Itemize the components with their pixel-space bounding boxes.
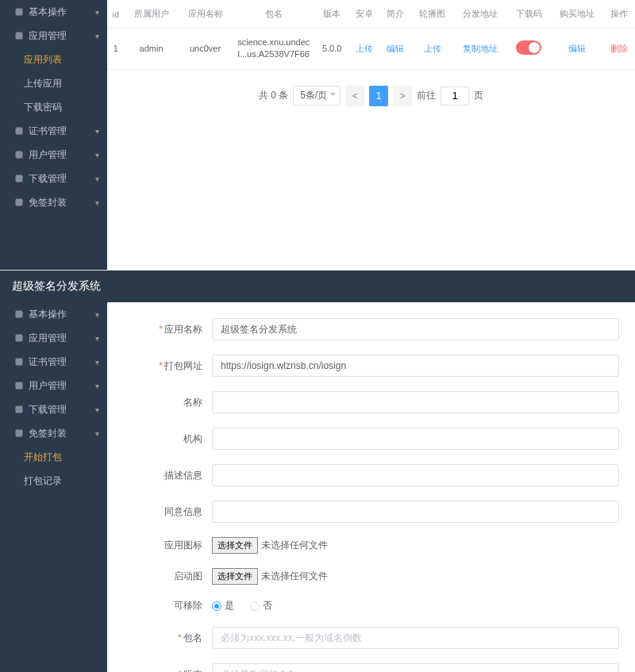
- svg-rect-3: [16, 152, 23, 159]
- user-icon: [14, 309, 24, 319]
- sidebar-item-label: 用户管理: [29, 379, 67, 393]
- upload-android-link[interactable]: 上传: [356, 44, 373, 53]
- name-label: 名称: [139, 396, 202, 409]
- url-label: *打包网址: [139, 359, 202, 373]
- svg-rect-2: [16, 128, 23, 135]
- sidebar-item-1[interactable]: 应用管理▾: [0, 24, 107, 48]
- list-icon: [14, 150, 24, 159]
- svg-rect-11: [16, 430, 23, 437]
- sidebar-item-8[interactable]: 免签封装▾: [0, 190, 107, 214]
- desc-input[interactable]: [212, 464, 619, 486]
- launch-file-button[interactable]: 选择文件: [212, 568, 258, 585]
- sidebar-item-3[interactable]: 用户管理▾: [0, 374, 107, 397]
- chevron-down-icon: ▾: [95, 358, 99, 367]
- removable-yes-radio[interactable]: 是: [212, 599, 234, 612]
- cell-app: unc0ver: [179, 29, 233, 70]
- edit-buy-link[interactable]: 编辑: [568, 44, 586, 53]
- list-icon: [14, 381, 24, 390]
- dl-icon: [14, 174, 24, 183]
- goto-suffix: 页: [474, 89, 483, 102]
- chevron-down-icon: ▾: [95, 8, 99, 17]
- sidebar-item-7[interactable]: 下载管理▾: [0, 167, 107, 190]
- sidebar-item-1[interactable]: 应用管理▾: [0, 326, 107, 350]
- icon-file-button[interactable]: 选择文件: [212, 537, 258, 554]
- user-icon: [14, 7, 24, 17]
- ver-input[interactable]: [212, 663, 619, 672]
- table-header: 简介: [380, 0, 411, 29]
- table-header: id: [107, 0, 125, 29]
- sidebar-item-7[interactable]: 打包记录: [0, 469, 107, 493]
- sidebar-item-label: 打包记录: [24, 474, 62, 488]
- upload-carousel-link[interactable]: 上传: [424, 44, 441, 53]
- cell-pkg: science.xnu.undecl...us.A2538V7F66: [232, 29, 315, 70]
- pack-icon: [14, 428, 24, 438]
- desc-label: 描述信息: [139, 469, 202, 482]
- sidebar-bottom: 基本操作▾应用管理▾证书管理▾用户管理▾下载管理▾免签封装▾开始打包打包记录: [0, 302, 107, 672]
- sidebar-item-label: 免签封装: [29, 196, 67, 209]
- sidebar-item-label: 基本操作: [29, 308, 67, 321]
- launch-file-status: 未选择任何文件: [261, 570, 328, 583]
- chevron-down-icon: ▾: [95, 151, 99, 159]
- sidebar-item-0[interactable]: 基本操作▾: [0, 302, 107, 326]
- cloud-icon: [14, 333, 24, 343]
- ver-label: *版本: [139, 668, 202, 673]
- sidebar-item-5[interactable]: 免签封装▾: [0, 421, 107, 445]
- svg-rect-10: [16, 406, 23, 413]
- table-header: 操作: [604, 0, 635, 29]
- sidebar-item-label: 应用列表: [24, 53, 62, 67]
- page-prev[interactable]: <: [345, 86, 364, 106]
- chevron-down-icon: ▾: [95, 405, 99, 414]
- sidebar-item-6[interactable]: 开始打包: [0, 445, 107, 469]
- goto-label: 前往: [417, 89, 436, 102]
- app-title: 超级签名分发系统: [12, 279, 101, 294]
- dl-icon: [14, 405, 24, 414]
- page-size-select[interactable]: 5条/页: [293, 86, 341, 106]
- sidebar-item-2[interactable]: 证书管理▾: [0, 350, 107, 374]
- app-name-label: *应用名称: [139, 323, 202, 336]
- removable-label: 可移除: [139, 599, 202, 612]
- sidebar-item-0[interactable]: 基本操作▾: [0, 0, 107, 24]
- sidebar-item-label: 应用管理: [29, 29, 67, 43]
- download-code-toggle[interactable]: [516, 40, 541, 55]
- cell-ver: 5.0.0: [315, 29, 348, 70]
- table-header: 版本: [315, 0, 348, 29]
- agree-input[interactable]: [212, 501, 619, 523]
- name-input[interactable]: [212, 391, 619, 413]
- cert-icon: [14, 126, 24, 136]
- delete-link[interactable]: 删除: [610, 44, 628, 53]
- sidebar-top: 基本操作▾应用管理▾应用列表上传应用下载密码证书管理▾用户管理▾下载管理▾免签封…: [0, 0, 107, 270]
- org-input[interactable]: [212, 428, 619, 450]
- cell-id: 1: [107, 29, 125, 70]
- chevron-down-icon: ▾: [95, 127, 99, 136]
- app-name-input[interactable]: [212, 318, 619, 340]
- goto-input[interactable]: [441, 86, 469, 106]
- chevron-down-icon: ▾: [95, 310, 99, 319]
- table-header: 购买地址: [550, 0, 604, 29]
- main-content-top: id所属用户应用名称包名版本安卓简介轮播图分发地址下载码购买地址操作 1 adm…: [107, 0, 635, 270]
- sidebar-item-5[interactable]: 证书管理▾: [0, 119, 107, 143]
- sidebar-item-4[interactable]: 下载管理▾: [0, 397, 107, 421]
- svg-rect-6: [16, 311, 23, 318]
- table-header: 所属用户: [125, 0, 179, 29]
- pkg-input[interactable]: [212, 627, 619, 649]
- org-label: 机构: [139, 432, 202, 446]
- svg-rect-5: [16, 199, 23, 206]
- sidebar-item-3[interactable]: 上传应用: [0, 71, 107, 95]
- copy-dist-link[interactable]: 复制地址: [463, 44, 498, 53]
- sidebar-item-label: 上传应用: [24, 77, 62, 90]
- sidebar-item-2[interactable]: 应用列表: [0, 48, 107, 71]
- removable-no-radio[interactable]: 否: [250, 599, 272, 612]
- svg-rect-9: [16, 382, 23, 390]
- icon-label: 应用图标: [139, 539, 202, 552]
- cell-user: admin: [125, 29, 179, 70]
- edit-intro-link[interactable]: 编辑: [387, 44, 404, 53]
- cloud-icon: [14, 31, 24, 40]
- svg-rect-8: [16, 359, 23, 366]
- url-input[interactable]: [212, 355, 619, 377]
- sidebar-item-4[interactable]: 下载密码: [0, 95, 107, 119]
- svg-rect-4: [16, 175, 23, 182]
- page-current[interactable]: 1: [369, 86, 388, 106]
- page-next[interactable]: >: [393, 86, 412, 106]
- table-header: 安卓: [348, 0, 379, 29]
- sidebar-item-6[interactable]: 用户管理▾: [0, 143, 107, 167]
